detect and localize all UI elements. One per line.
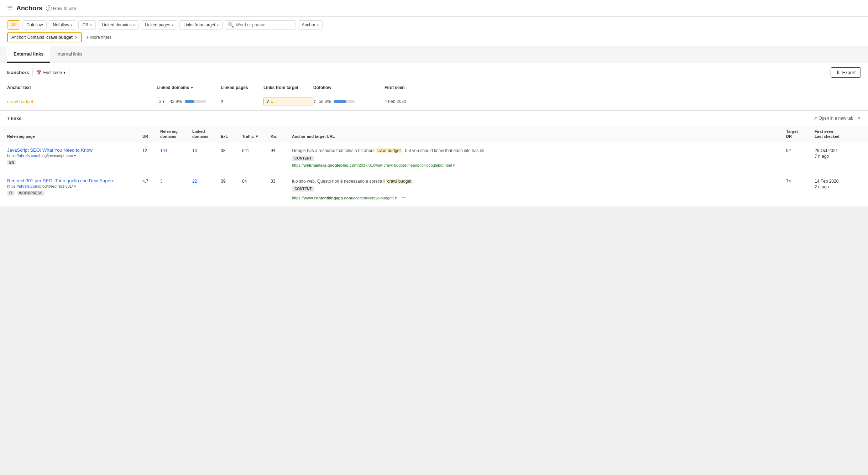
search-icon: 🔍 bbox=[228, 22, 234, 28]
nofollow-dropdown-icon: ▾ bbox=[70, 23, 72, 27]
links-count: 7 links bbox=[7, 116, 21, 121]
help-label: How to use bbox=[53, 6, 76, 11]
anchor-dropdown-button[interactable]: Anchor ▾ bbox=[298, 20, 323, 30]
how-to-use-button[interactable]: ? How to use bbox=[46, 5, 76, 11]
anchor-highlight-text: crawl budget bbox=[376, 148, 401, 153]
target-url: https://webmasters.googleblog.com/2017/0… bbox=[292, 163, 455, 167]
dofollow-count: 7 bbox=[313, 99, 316, 104]
kw-col: 94 bbox=[271, 147, 292, 153]
anchor-text-before-2: tuo sito web. Questo non è necessario e … bbox=[292, 179, 386, 184]
anchors-count: 5 anchors bbox=[7, 70, 29, 75]
dofollow-cell: 7 58.3% bbox=[313, 99, 385, 104]
ext-col: 38 bbox=[221, 147, 242, 153]
linked-domains-col-2[interactable]: 22 bbox=[192, 178, 221, 184]
search-box: 🔍 bbox=[225, 20, 296, 30]
close-expanded-button[interactable]: × bbox=[858, 115, 861, 121]
all-filter-button[interactable]: All bbox=[7, 20, 20, 30]
linked-pages-cell: 3 bbox=[221, 99, 263, 104]
linked-domains-bar bbox=[185, 100, 206, 103]
first-seen-sort-button[interactable]: 📅 First seen ▾ bbox=[32, 68, 69, 77]
col-links-from-target: Links from target bbox=[263, 85, 313, 90]
anchor-text-after-2: . bbox=[412, 179, 415, 184]
first-seen-cell: 4 Feb 2020 bbox=[385, 99, 438, 104]
page-title: Anchors bbox=[16, 5, 42, 12]
referring-domains-col[interactable]: 144 bbox=[160, 147, 192, 153]
links-from-target-cell: 7 ▲ bbox=[263, 98, 313, 105]
anchor-link[interactable]: crawl budget bbox=[7, 99, 33, 104]
referring-page-url: https://ahrefs.com/blog/javascript-seo/ … bbox=[7, 153, 142, 158]
linked-pages-dropdown-icon: ▾ bbox=[172, 23, 173, 27]
referring-page-title-link[interactable]: JavaScript SEO: What You Need to Know bbox=[7, 147, 142, 153]
kw-col-2: 33 bbox=[271, 178, 292, 184]
referring-domains-col-2[interactable]: 3 bbox=[160, 178, 192, 184]
target-url-2: https://www.contentkingapp.com/academy/c… bbox=[292, 196, 398, 200]
dofollow-bar-fill bbox=[334, 100, 346, 103]
sub-col-anchor-target: Anchor and target URL bbox=[292, 134, 786, 139]
linked-domains-col[interactable]: 13 bbox=[192, 147, 221, 153]
dr-filter-button[interactable]: DR ▾ bbox=[78, 20, 95, 30]
col-linked-domains[interactable]: Linked domains ▼ bbox=[157, 85, 221, 90]
sub-table-row: Redirect 301 per SEO: Tutto quello che D… bbox=[0, 173, 868, 207]
external-link-icon: ↗ bbox=[814, 116, 817, 121]
target-url-chevron-2: ▾ bbox=[395, 196, 397, 200]
linked-pages-filter-button[interactable]: Linked pages ▾ bbox=[141, 20, 177, 30]
lang-badge-en: EN bbox=[7, 160, 16, 165]
lang-badge-wordpress: WORDPRESS bbox=[17, 191, 45, 195]
referring-page-col: Redirect 301 per SEO: Tutto quello che D… bbox=[7, 178, 142, 195]
more-filters-button[interactable]: + More filters bbox=[85, 34, 111, 41]
tabs-section: External links Internal links bbox=[0, 46, 868, 63]
url-chevron-icon-2: ▾ bbox=[74, 184, 76, 188]
linked-domains-select[interactable]: 3 ▾ bbox=[157, 98, 167, 105]
tab-external-links[interactable]: External links bbox=[7, 46, 50, 63]
first-last-col-2: 14 Feb 2020 2 d ago bbox=[815, 178, 861, 189]
sub-col-traffic[interactable]: Traffic ▼ bbox=[242, 134, 271, 139]
linked-domains-pct: 42.9% bbox=[170, 99, 182, 104]
sub-col-first-last: First seenLast checked bbox=[815, 129, 861, 139]
orange-arrow-indicator: ← bbox=[400, 193, 407, 201]
menu-icon[interactable]: ☰ bbox=[7, 4, 13, 12]
lang-badge-it: IT bbox=[7, 191, 15, 195]
ext-col-2: 39 bbox=[221, 178, 242, 184]
anchor-text-before: Google has a resource that talks a bit a… bbox=[292, 148, 376, 153]
tab-internal-links[interactable]: Internal links bbox=[50, 46, 89, 63]
anchor-table-row: crawl budget 3 ▾ 42.9% 3 7 ▲ 7 58.3% 4 F… bbox=[0, 93, 868, 110]
filter-bar: All Dofollow Nofollow ▾ DR ▾ Linked doma… bbox=[0, 17, 868, 46]
select-dropdown-icon: ▾ bbox=[162, 99, 164, 104]
sub-col-referring-page: Referring page bbox=[7, 134, 142, 139]
open-new-tab-button[interactable]: ↗ Open in a new tab bbox=[814, 116, 853, 121]
referring-page-col: JavaScript SEO: What You Need to Know ht… bbox=[7, 147, 142, 165]
target-url-chevron: ▾ bbox=[453, 163, 455, 167]
links-from-target-filter-button[interactable]: Links from target ▾ bbox=[179, 20, 222, 30]
traffic-col-2: 84 bbox=[242, 178, 271, 184]
last-checked-val: 7 h ago bbox=[815, 153, 861, 159]
first-last-col: 29 Oct 2021 7 h ago bbox=[815, 147, 861, 159]
filter-value-text: crawl budget bbox=[46, 35, 73, 40]
traffic-sort-icon: ▼ bbox=[255, 134, 259, 139]
target-dr-col-2: 74 bbox=[786, 178, 815, 184]
nofollow-filter-button[interactable]: Nofollow ▾ bbox=[49, 20, 76, 30]
first-seen-val: 29 Oct 2021 bbox=[815, 147, 861, 153]
remove-filter-button[interactable]: × bbox=[75, 35, 78, 40]
calendar-icon: 📅 bbox=[36, 70, 42, 75]
traffic-col: 641 bbox=[242, 147, 271, 153]
filter-row: All Dofollow Nofollow ▾ DR ▾ Linked doma… bbox=[7, 20, 861, 30]
filter-prefix-text: Anchor: Contains bbox=[11, 35, 44, 40]
top-bar: ☰ Anchors ? How to use bbox=[0, 0, 868, 17]
ur-col-2: 4.7 bbox=[142, 178, 160, 184]
anchor-highlight-text-2: crawl budget bbox=[386, 179, 412, 184]
col-first-seen: First seen bbox=[385, 85, 438, 90]
export-button[interactable]: ⬇ Export bbox=[831, 67, 861, 78]
dofollow-bar bbox=[334, 100, 355, 103]
col-anchor-text: Anchor text bbox=[7, 85, 157, 90]
dofollow-filter-button[interactable]: Dofollow bbox=[22, 20, 47, 30]
linked-domains-cell: 3 ▾ 42.9% bbox=[157, 98, 221, 105]
referring-page-title-link-2[interactable]: Redirect 301 per SEO: Tutto quello che D… bbox=[7, 178, 142, 183]
plus-icon: + bbox=[85, 34, 89, 41]
sub-table-header: Referring page UR Referringdomains Linke… bbox=[0, 126, 868, 142]
search-input[interactable] bbox=[236, 22, 289, 27]
dofollow-pct: 58.3% bbox=[319, 99, 331, 104]
anchor-target-col-2: tuo sito web. Questo non è necessario e … bbox=[292, 178, 786, 201]
content-badge: CONTENT bbox=[292, 156, 314, 161]
linked-domains-filter-button[interactable]: Linked domains ▾ bbox=[98, 20, 139, 30]
links-from-target-badge: 7 ▲ bbox=[263, 98, 313, 105]
